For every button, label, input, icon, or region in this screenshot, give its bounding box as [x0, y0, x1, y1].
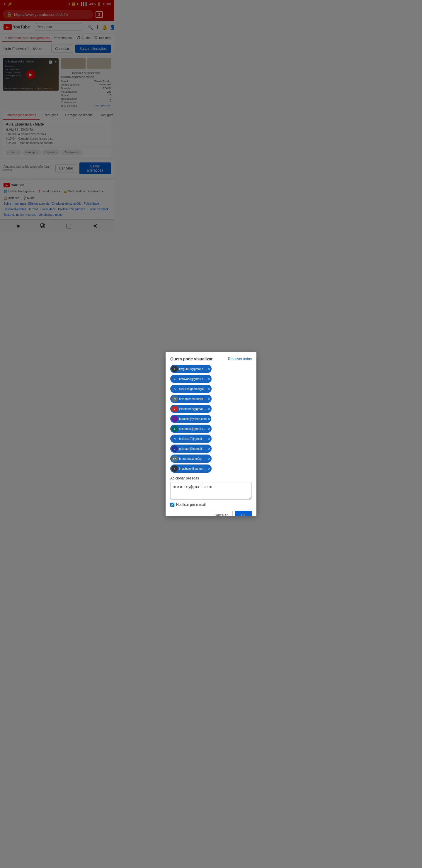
modal-overlay: Quem pode visualizar Remover todos T tjm…	[0, 0, 114, 238]
